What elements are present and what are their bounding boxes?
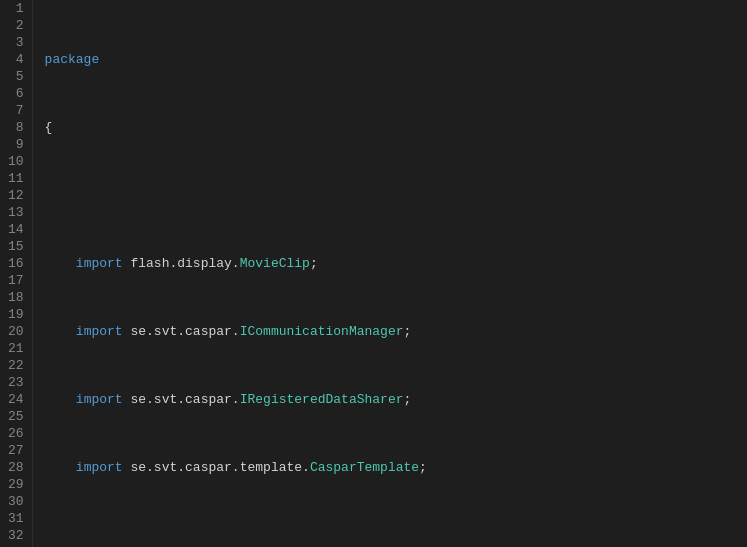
code-line-1: package: [45, 51, 747, 68]
ln-26: 26: [8, 425, 24, 442]
code-editor: 1 2 3 4 5 6 7 8 9 10 11 12 13 14 15 16 1…: [0, 0, 747, 547]
ln-24: 24: [8, 391, 24, 408]
ln-4: 4: [8, 51, 24, 68]
ln-13: 13: [8, 204, 24, 221]
ln-5: 5: [8, 68, 24, 85]
ln-11: 11: [8, 170, 24, 187]
ln-2: 2: [8, 17, 24, 34]
line-numbers: 1 2 3 4 5 6 7 8 9 10 11 12 13 14 15 16 1…: [0, 0, 33, 547]
ln-14: 14: [8, 221, 24, 238]
ln-21: 21: [8, 340, 24, 357]
ln-17: 17: [8, 272, 24, 289]
code-body[interactable]: package { import flash.display.MovieClip…: [33, 0, 747, 547]
ln-12: 12: [8, 187, 24, 204]
ln-10: 10: [8, 153, 24, 170]
ln-16: 16: [8, 255, 24, 272]
ln-25: 25: [8, 408, 24, 425]
code-line-3: [45, 187, 747, 204]
ln-19: 19: [8, 306, 24, 323]
ln-18: 18: [8, 289, 24, 306]
ln-6: 6: [8, 85, 24, 102]
ln-9: 9: [8, 136, 24, 153]
ln-27: 27: [8, 442, 24, 459]
ln-28: 28: [8, 459, 24, 476]
ln-30: 30: [8, 493, 24, 510]
code-line-5: import se.svt.caspar.ICommunicationManag…: [45, 323, 747, 340]
ln-31: 31: [8, 510, 24, 527]
ln-3: 3: [8, 34, 24, 51]
ln-1: 1: [8, 0, 24, 17]
code-line-6: import se.svt.caspar.IRegisteredDataShar…: [45, 391, 747, 408]
ln-32: 32: [8, 527, 24, 544]
ln-29: 29: [8, 476, 24, 493]
ln-8: 8: [8, 119, 24, 136]
code-line-8: [45, 527, 747, 544]
code-line-2: {: [45, 119, 747, 136]
ln-15: 15: [8, 238, 24, 255]
ln-20: 20: [8, 323, 24, 340]
code-line-4: import flash.display.MovieClip;: [45, 255, 747, 272]
ln-22: 22: [8, 357, 24, 374]
ln-7: 7: [8, 102, 24, 119]
code-line-7: import se.svt.caspar.template.CasparTemp…: [45, 459, 747, 476]
ln-23: 23: [8, 374, 24, 391]
